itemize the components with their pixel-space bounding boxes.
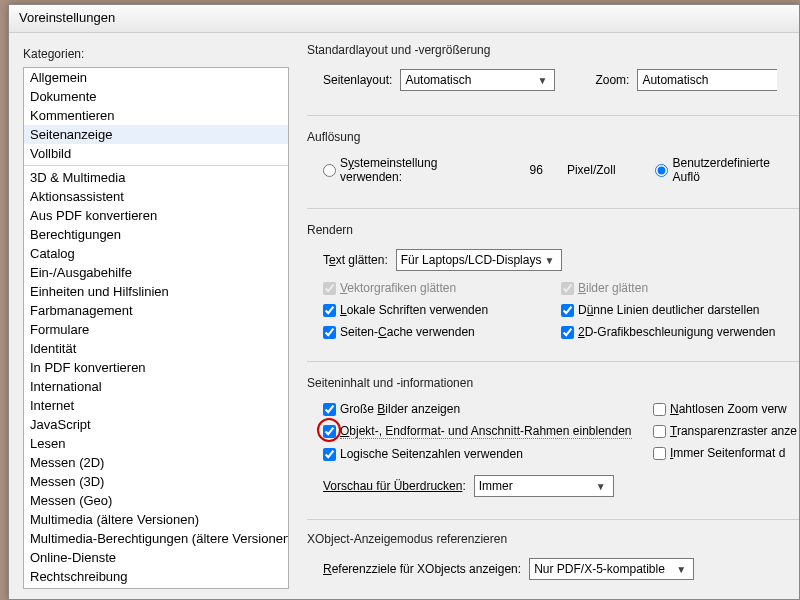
category-item[interactable]: Messen (Geo) bbox=[24, 491, 288, 510]
transparency-grid-label: Transparenzraster anze bbox=[670, 424, 797, 438]
page-cache-checkbox[interactable] bbox=[323, 326, 336, 339]
boxes-label: Objekt-, Endformat- und Anschnitt-Rahmen… bbox=[340, 424, 632, 439]
resolution-custom-radio[interactable] bbox=[655, 164, 668, 177]
page-layout-label: Seitenlayout: bbox=[323, 73, 392, 87]
transparency-grid-checkbox[interactable] bbox=[653, 425, 666, 438]
seamless-zoom-label: Nahtlosen Zoom verw bbox=[670, 402, 787, 416]
xobject-ref-label: Referenzziele für XObjects anzeigen: bbox=[323, 562, 521, 576]
category-item[interactable]: Messen (3D) bbox=[24, 472, 288, 491]
category-item[interactable]: Seitenanzeige bbox=[24, 125, 288, 144]
smooth-text-label: Text glätten: bbox=[323, 253, 388, 267]
section-render-title: Rendern bbox=[307, 223, 799, 237]
category-item[interactable]: JavaScript bbox=[24, 415, 288, 434]
section-resolution-title: Auflösung bbox=[307, 130, 799, 144]
categories-listbox[interactable]: AllgemeinDokumenteKommentierenSeitenanze… bbox=[23, 67, 289, 589]
page-format-checkbox[interactable] bbox=[653, 447, 666, 460]
resolution-system-value: 96 bbox=[530, 163, 543, 177]
category-item[interactable]: Online-Dienste bbox=[24, 548, 288, 567]
section-xobject-title: XObject-Anzeigemodus referenzieren bbox=[307, 532, 799, 546]
gpu-label: 2D-Grafikbeschleunigung verwenden bbox=[578, 325, 775, 339]
window-title: Voreinstellungen bbox=[9, 5, 799, 33]
section-layout-title: Standardlayout und -vergrößerung bbox=[307, 43, 799, 57]
category-item[interactable]: Rechtschreibung bbox=[24, 567, 288, 586]
smooth-text-combo[interactable]: Für Laptops/LCD-Displays▼ bbox=[396, 249, 563, 271]
vector-smooth-label: Vektorgrafiken glätten bbox=[340, 281, 456, 295]
image-smooth-checkbox bbox=[561, 282, 574, 295]
image-smooth-label: Bilder glätten bbox=[578, 281, 648, 295]
chevron-down-icon: ▼ bbox=[541, 255, 557, 266]
xobject-ref-combo[interactable]: Nur PDF/X-5-kompatible▼ bbox=[529, 558, 694, 580]
page-layout-combo[interactable]: Automatisch▼ bbox=[400, 69, 555, 91]
category-item[interactable]: Lesen bbox=[24, 434, 288, 453]
category-item[interactable]: Kommentieren bbox=[24, 106, 288, 125]
chevron-down-icon: ▼ bbox=[534, 75, 550, 86]
vector-smooth-checkbox bbox=[323, 282, 336, 295]
seamless-zoom-checkbox[interactable] bbox=[653, 403, 666, 416]
category-item[interactable]: Einheiten und Hilfslinien bbox=[24, 282, 288, 301]
page-format-label: Immer Seitenformat d bbox=[670, 446, 785, 460]
local-fonts-checkbox[interactable] bbox=[323, 304, 336, 317]
logical-pages-checkbox[interactable] bbox=[323, 448, 336, 461]
category-item[interactable]: In PDF konvertieren bbox=[24, 358, 288, 377]
category-item[interactable]: Identität bbox=[24, 339, 288, 358]
page-cache-label: Seiten-Cache verwenden bbox=[340, 325, 475, 339]
thin-lines-checkbox[interactable] bbox=[561, 304, 574, 317]
resolution-system-radio[interactable] bbox=[323, 164, 336, 177]
category-item[interactable]: Multimedia-Berechtigungen (ältere Versio… bbox=[24, 529, 288, 548]
boxes-checkbox[interactable] bbox=[323, 425, 336, 438]
category-item[interactable]: Messen (2D) bbox=[24, 453, 288, 472]
zoom-label: Zoom: bbox=[595, 73, 629, 87]
category-item[interactable]: Aktionsassistent bbox=[24, 187, 288, 206]
resolution-system-label: Systemeinstellung verwenden: bbox=[340, 156, 502, 184]
categories-label: Kategorien: bbox=[23, 47, 289, 61]
category-item[interactable]: Formulare bbox=[24, 320, 288, 339]
overprint-label: Vorschau für Überdrucken: bbox=[323, 479, 466, 493]
large-images-label: Große Bilder anzeigen bbox=[340, 402, 460, 416]
zoom-combo[interactable]: Automatisch bbox=[637, 69, 777, 91]
chevron-down-icon: ▼ bbox=[673, 564, 689, 575]
category-item[interactable]: Sicherheit bbox=[24, 586, 288, 589]
section-content-title: Seiteninhalt und -informationen bbox=[307, 376, 799, 390]
chevron-down-icon: ▼ bbox=[593, 481, 609, 492]
category-item[interactable]: Allgemein bbox=[24, 68, 288, 87]
thin-lines-label: Dünne Linien deutlicher darstellen bbox=[578, 303, 759, 317]
category-item[interactable]: Dokumente bbox=[24, 87, 288, 106]
gpu-checkbox[interactable] bbox=[561, 326, 574, 339]
category-item[interactable]: Catalog bbox=[24, 244, 288, 263]
category-item[interactable]: Ein-/Ausgabehilfe bbox=[24, 263, 288, 282]
logical-pages-label: Logische Seitenzahlen verwenden bbox=[340, 447, 523, 461]
category-item[interactable]: Vollbild bbox=[24, 144, 288, 163]
category-item[interactable]: Aus PDF konvertieren bbox=[24, 206, 288, 225]
category-item[interactable]: Farbmanagement bbox=[24, 301, 288, 320]
category-item[interactable]: Berechtigungen bbox=[24, 225, 288, 244]
settings-panel: Standardlayout und -vergrößerung Seitenl… bbox=[299, 33, 799, 599]
resolution-custom-label: Benutzerdefinierte Auflö bbox=[672, 156, 799, 184]
category-item[interactable]: 3D & Multimedia bbox=[24, 168, 288, 187]
local-fonts-label: Lokale Schriften verwenden bbox=[340, 303, 488, 317]
resolution-unit: Pixel/Zoll bbox=[567, 163, 616, 177]
category-item[interactable]: Internet bbox=[24, 396, 288, 415]
category-item[interactable]: International bbox=[24, 377, 288, 396]
overprint-combo[interactable]: Immer▼ bbox=[474, 475, 614, 497]
large-images-checkbox[interactable] bbox=[323, 403, 336, 416]
category-item[interactable]: Multimedia (ältere Versionen) bbox=[24, 510, 288, 529]
